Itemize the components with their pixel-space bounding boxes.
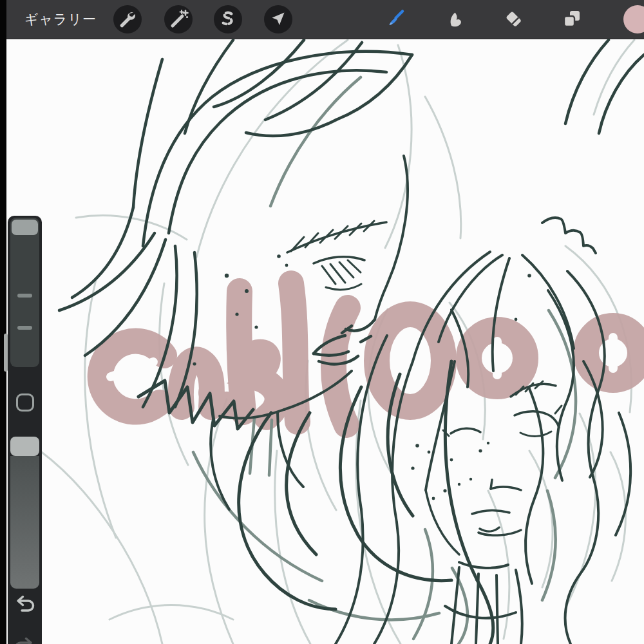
color-swatch[interactable]: [623, 5, 644, 33]
edge-grabber[interactable]: [4, 334, 8, 372]
drawing-canvas[interactable]: enkloo: [6, 39, 644, 644]
opacity-slider[interactable]: [10, 456, 39, 589]
selection-button[interactable]: [214, 5, 242, 33]
eraser-icon: [500, 5, 528, 33]
gallery-button[interactable]: ギャラリー: [24, 0, 97, 39]
paint-tool-button[interactable]: [381, 5, 410, 33]
transform-button[interactable]: [264, 5, 292, 33]
slider-tick: [17, 294, 32, 298]
smudge-tool-button[interactable]: [442, 5, 470, 33]
actions-button[interactable]: [113, 5, 142, 33]
layers-icon: [558, 5, 586, 33]
sidebar: [8, 216, 42, 644]
undo-button[interactable]: [12, 592, 37, 618]
modify-button[interactable]: [16, 393, 34, 412]
smudge-finger-icon: [442, 5, 470, 33]
opacity-handle[interactable]: [10, 437, 39, 456]
undo-arrow-icon: [12, 592, 37, 618]
slider-tick: [17, 326, 32, 330]
left-edge-strip: [0, 0, 6, 644]
procreate-screen: ギャラリー: [0, 0, 644, 644]
brush-size-slider[interactable]: [10, 218, 39, 367]
brush-icon: [381, 5, 410, 33]
erase-tool-button[interactable]: [500, 5, 528, 33]
arrow-cursor-icon: [264, 5, 292, 33]
top-toolbar: ギャラリー: [6, 0, 644, 39]
layers-button[interactable]: [558, 5, 586, 33]
sketch-artwork: enkloo: [6, 39, 644, 644]
wrench-icon: [113, 5, 142, 33]
adjustments-button[interactable]: [164, 5, 193, 33]
brush-size-handle[interactable]: [12, 220, 38, 235]
s-curve-icon: [214, 5, 242, 33]
redo-arrow-icon: [12, 634, 37, 644]
redo-button[interactable]: [12, 634, 37, 644]
magic-wand-icon: [164, 5, 193, 33]
